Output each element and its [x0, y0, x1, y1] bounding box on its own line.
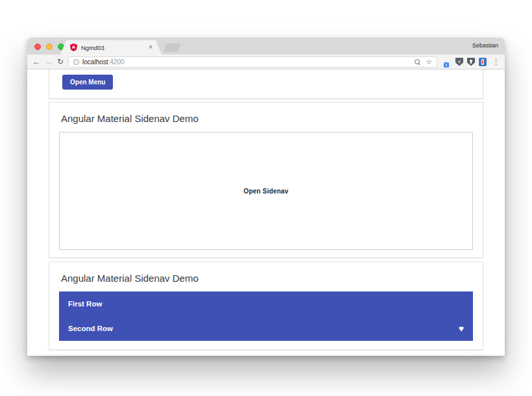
- card-title: Angular Material Sidenav Demo: [59, 103, 473, 132]
- list-item-second-row[interactable]: Second Row ♥: [59, 316, 473, 341]
- thermometer-icon: [481, 59, 484, 65]
- angular-favicon-icon: A: [70, 43, 77, 51]
- tab-close-icon[interactable]: ×: [149, 44, 152, 51]
- browser-menu-icon[interactable]: ⋮: [492, 58, 500, 66]
- sidenav-demo-card: Angular Material Sidenav Demo Open Siden…: [49, 102, 483, 258]
- page-content: Open Menu Angular Material Sidenav Demo …: [27, 69, 505, 356]
- forward-icon: →: [45, 58, 53, 66]
- extension-green-icon[interactable]: 1: [443, 58, 452, 66]
- tab-ngmd03[interactable]: A Ngmd03 ×: [60, 40, 162, 55]
- list-item-first-row[interactable]: First Row: [59, 291, 473, 316]
- browser-toolbar: ← → ↻ i localhost:4200 ☆ 1 ∨: [27, 55, 505, 69]
- browser-window: A Ngmd03 × Sebastian ← → ↻ i localhost:4…: [27, 38, 505, 356]
- profile-name: Sebastian: [472, 42, 498, 49]
- row-label: First Row: [68, 300, 102, 308]
- sidenav-container: Open Sidenav: [59, 132, 473, 250]
- page-info-icon[interactable]: i: [73, 59, 79, 65]
- menu-section-card: Open Menu: [49, 69, 483, 99]
- open-menu-button[interactable]: Open Menu: [62, 75, 113, 90]
- bookmark-star-icon[interactable]: ☆: [426, 58, 432, 66]
- close-window-button[interactable]: [34, 43, 41, 50]
- heart-icon: ♥: [459, 324, 464, 333]
- tab-title: Ngmd03: [81, 44, 104, 51]
- url-text: localhost:4200: [82, 58, 125, 66]
- urlbar-right-icons: ☆: [415, 58, 432, 66]
- rows-demo-card: Angular Material Sidenav Demo First Row …: [49, 262, 483, 350]
- extension-icons: 1 ∨: [443, 58, 487, 66]
- rows-panel: First Row Second Row ♥: [59, 291, 473, 341]
- lightbulb-icon: [470, 60, 472, 62]
- tab-strip: A Ngmd03 × Sebastian: [27, 38, 505, 55]
- extension-badge: 1: [444, 62, 449, 68]
- card-title: Angular Material Sidenav Demo: [59, 262, 473, 291]
- address-bar[interactable]: i localhost:4200 ☆: [68, 56, 437, 68]
- extension-shield-bulb-icon[interactable]: [467, 58, 475, 66]
- minimize-window-button[interactable]: [46, 43, 53, 50]
- traffic-lights: [34, 43, 64, 50]
- url-port: :4200: [108, 58, 125, 66]
- back-icon[interactable]: ←: [32, 58, 40, 66]
- row-label: Second Row: [68, 325, 113, 332]
- extension-blue-icon[interactable]: [479, 58, 487, 66]
- chevron-down-icon: ∨: [457, 59, 461, 64]
- search-icon[interactable]: [415, 59, 420, 65]
- new-tab-button[interactable]: [163, 43, 181, 52]
- reload-icon[interactable]: ↻: [57, 58, 64, 66]
- extension-shield-chevron-icon[interactable]: ∨: [455, 58, 463, 66]
- open-sidenav-button[interactable]: Open Sidenav: [243, 188, 288, 195]
- url-host: localhost: [82, 58, 108, 66]
